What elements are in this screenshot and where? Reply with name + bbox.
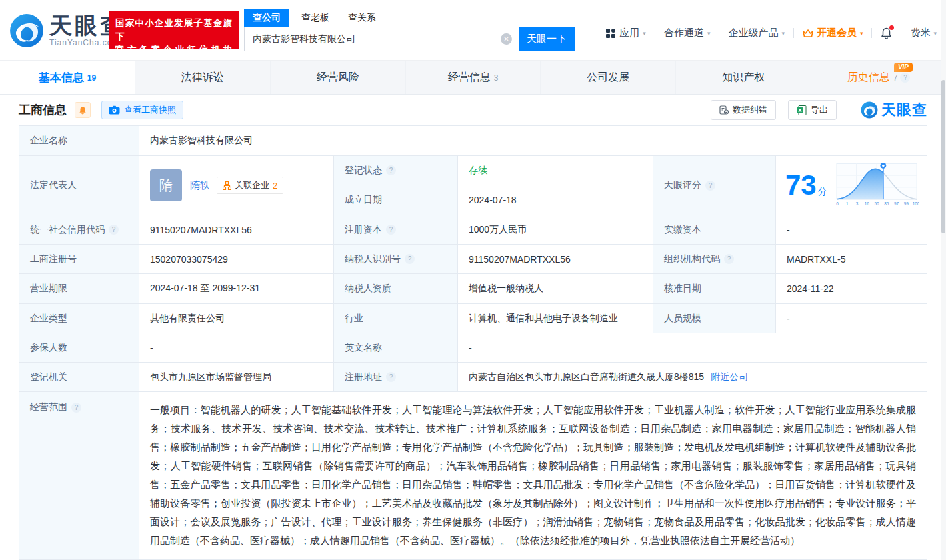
gov-badge-line2: 官方备案企业征信机构: [115, 43, 232, 57]
tab-intellectual-property[interactable]: 知识产权: [676, 61, 811, 94]
tab-basic-info[interactable]: 基本信息 19: [0, 61, 135, 94]
score-number: 73: [785, 169, 817, 201]
search-tab-relation[interactable]: 查关系: [348, 9, 376, 27]
org-network-icon: [223, 181, 231, 190]
divider: [719, 28, 719, 38]
field-label-reg-number: 工商注册号: [19, 245, 139, 274]
field-value-reg-authority: 包头市九原区市场监督管理局: [139, 363, 334, 392]
field-value-reg-address: 内蒙古自治区包头市九原区白音席勒街道久晟大厦8楼815 附近公司: [458, 363, 927, 392]
search-button[interactable]: 天眼一下: [519, 27, 575, 51]
field-value-credit-code: 91150207MADRTXXL56: [139, 215, 334, 245]
field-label-score: 天眼评分 ?: [653, 156, 776, 215]
tab-label: 历史信息: [847, 71, 890, 85]
field-label-staff-size: 人员规模: [653, 304, 776, 333]
nav-user-menu[interactable]: 费米 ▾: [910, 27, 937, 39]
scrollbar-thumb[interactable]: [941, 80, 945, 233]
help-icon[interactable]: ?: [109, 225, 119, 235]
field-value-taxpayer-id: 91150207MADRTXXL56: [458, 245, 653, 274]
field-label-business-scope: 经营范围 ?: [19, 392, 139, 560]
help-icon[interactable]: ?: [900, 73, 910, 83]
gov-certification-badge: 国家中小企业发展子基金旗下 官方备案企业征信机构: [109, 11, 239, 49]
data-correction-button[interactable]: 数据纠错: [711, 100, 776, 120]
tab-company-development[interactable]: 公司发展: [541, 61, 676, 94]
score-distribution-chart: 013 165085 9799100: [834, 161, 919, 210]
svg-text:1: 1: [846, 201, 849, 206]
tab-label: 公司发展: [587, 71, 629, 85]
field-label-credit-code: 统一社会信用代码 ?: [19, 215, 139, 245]
search-tabs: 查公司 查老板 查关系: [244, 9, 575, 27]
field-label-taxpayer-id: 纳税人识别号 ?: [334, 245, 458, 274]
field-value-approval-date: 2024-11-22: [776, 274, 927, 304]
field-value-establish-date: 2024-07-18: [458, 185, 653, 215]
status-badge: 存续: [469, 165, 487, 177]
field-label-establish-date: 成立日期: [334, 185, 458, 215]
monitor-bell-button[interactable]: [75, 102, 91, 118]
field-value-paid-capital: -: [776, 215, 927, 245]
help-icon[interactable]: ?: [405, 254, 415, 264]
snapshot-button-label: 查看工商快照: [124, 104, 176, 116]
tab-label: 经营风险: [317, 71, 359, 85]
search-tab-boss[interactable]: 查老板: [301, 9, 329, 27]
field-label-industry: 行业: [334, 304, 458, 333]
page-scrollbar[interactable]: [941, 0, 946, 560]
correction-icon: [719, 105, 729, 115]
help-icon[interactable]: ?: [386, 372, 396, 382]
export-button[interactable]: 导出: [788, 100, 837, 120]
field-value-legal-rep: 隋 隋轶 关联企业 2: [139, 156, 334, 215]
field-value-org-code: MADRTXXL-5: [776, 245, 927, 274]
field-value-company-type: 其他有限责任公司: [139, 304, 334, 333]
chevron-down-icon: ▾: [933, 30, 937, 37]
tianyancha-logo-icon: [9, 13, 44, 48]
field-value-insured-count: -: [139, 333, 334, 363]
field-label-reg-authority: 登记机关: [19, 363, 139, 392]
tab-history-info[interactable]: VIP 历史信息 7 ?: [811, 61, 946, 94]
field-label-org-code: 组织机构代码 ?: [653, 245, 776, 274]
svg-text:16: 16: [864, 201, 869, 206]
svg-text:100: 100: [912, 201, 919, 206]
field-label-company-type: 企业类型: [19, 304, 139, 333]
field-label-reg-address: 注册地址 ?: [334, 363, 458, 392]
field-value-reg-status: 存续: [458, 156, 653, 185]
top-navigation: 应用 ▾ 合作通道 ▾ 企业级产品 ▾ 开通会员 ▾ 费米 ▾: [606, 27, 937, 39]
business-snapshot-button[interactable]: 查看工商快照: [101, 101, 183, 119]
username: 费米: [910, 27, 930, 39]
help-icon[interactable]: ?: [705, 181, 715, 191]
tab-label: 法律诉讼: [181, 71, 224, 85]
search-input[interactable]: [244, 27, 519, 51]
help-icon[interactable]: ?: [386, 225, 396, 235]
chevron-down-icon: ▾: [860, 30, 863, 37]
field-label-english-name: 英文名称: [334, 333, 458, 363]
search-tab-company[interactable]: 查公司: [244, 9, 289, 27]
excel-icon: [797, 105, 807, 115]
tab-legal-litigation[interactable]: 法律诉讼: [135, 61, 271, 94]
field-label-company-name: 企业名称: [19, 126, 139, 156]
legal-rep-avatar[interactable]: 隋: [150, 169, 182, 201]
gov-badge-line1: 国家中小企业发展子基金旗下: [115, 17, 232, 43]
chevron-down-icon: ▾: [643, 30, 646, 37]
nav-apps[interactable]: 应用 ▾: [606, 27, 646, 39]
field-label-taxpayer-quality: 纳税人资质: [334, 274, 458, 304]
svg-text:50: 50: [874, 201, 879, 206]
help-icon[interactable]: ?: [724, 254, 734, 264]
help-icon[interactable]: ?: [71, 403, 81, 413]
clear-search-icon[interactable]: ✕: [501, 33, 512, 45]
svg-text:0: 0: [836, 201, 839, 206]
page-header: 天眼查 TianYanCha.com 国家中小企业发展子基金旗下 官方备案企业征…: [0, 0, 946, 60]
crown-icon: [803, 29, 813, 38]
help-icon[interactable]: ?: [386, 165, 396, 175]
section-title: 工商信息: [19, 102, 67, 118]
notification-bell-icon[interactable]: [881, 27, 892, 39]
tab-operating-risk[interactable]: 经营风险: [271, 61, 406, 94]
svg-text:85: 85: [884, 201, 889, 206]
tab-business-info[interactable]: 经营信息 3: [406, 61, 541, 94]
field-value-industry: 计算机、通信和其他电子设备制造业: [458, 304, 653, 333]
legal-rep-name-link[interactable]: 隋轶: [190, 179, 210, 192]
nav-enterprise[interactable]: 企业级产品 ▾: [728, 27, 785, 39]
nav-partner[interactable]: 合作通道 ▾: [664, 27, 711, 39]
nearby-companies-link[interactable]: 附近公司: [711, 371, 748, 383]
tab-count: 3: [494, 73, 499, 83]
watermark-logo-text: 天眼查: [881, 100, 927, 120]
related-companies-badge[interactable]: 关联企业 2: [217, 177, 283, 194]
tianyancha-logo[interactable]: 天眼查 TianYanCha.com: [9, 13, 125, 48]
nav-vip-upgrade[interactable]: 开通会员 ▾: [803, 27, 863, 39]
